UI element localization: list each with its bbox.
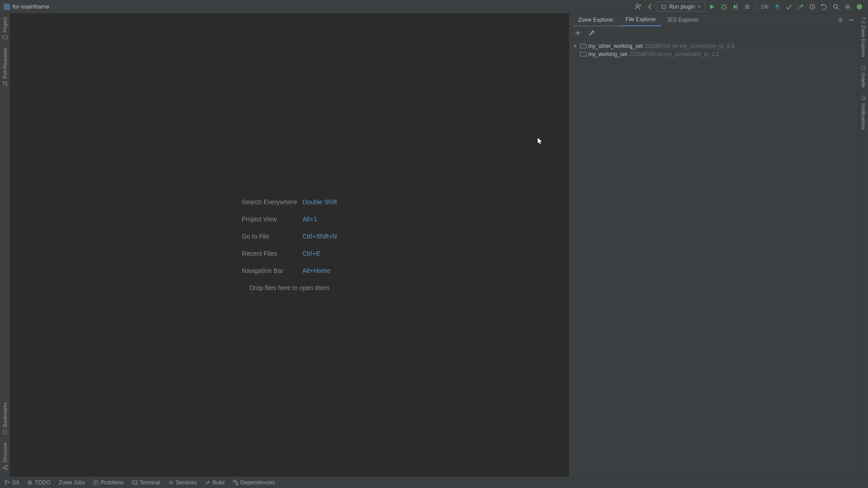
run-config-label: Run plugin	[669, 4, 695, 10]
update-project-icon[interactable]	[772, 2, 782, 12]
right-tool-gutter: Zowe Explorer Gradle Notifications	[858, 14, 868, 476]
gradle-icon	[860, 65, 867, 71]
settings-gear-icon[interactable]	[843, 2, 853, 12]
tab-file-explorer[interactable]: File Explorer	[620, 14, 661, 26]
svg-point-15	[862, 66, 865, 70]
svg-point-7	[857, 4, 862, 9]
commit-icon[interactable]	[784, 2, 794, 12]
gradle-toolwindow-button[interactable]: Gradle	[859, 61, 868, 91]
warning-icon	[93, 480, 99, 485]
svg-point-22	[170, 482, 171, 483]
hint-recent-label: Recent Files	[242, 250, 297, 257]
hint-navbar-label: Navigation Bar	[242, 267, 297, 274]
status-zowe-jobs[interactable]: Zowe Jobs	[59, 479, 85, 486]
hint-goto-file-key: Ctrl+Shift+N	[302, 233, 337, 240]
add-button[interactable]	[573, 28, 583, 38]
structure-label: Structure	[2, 442, 8, 463]
zowe-explorer-toolwindow-button[interactable]: Zowe Explorer	[859, 14, 868, 61]
history-icon[interactable]	[807, 2, 817, 12]
rollback-icon[interactable]	[819, 2, 829, 12]
svg-point-16	[5, 480, 7, 482]
status-zowe-jobs-label: Zowe Jobs	[59, 479, 85, 486]
project-folder-icon	[4, 4, 10, 10]
main-area: Project Pull Requests Bookmarks Struc	[0, 14, 868, 476]
bookmarks-toolwindow-button[interactable]: Bookmarks	[1, 399, 9, 439]
structure-icon	[2, 465, 8, 471]
tab-jes-explorer[interactable]: JES Explorer	[661, 14, 704, 26]
editor-empty-state[interactable]: Search Everywhere Double Shift Project V…	[10, 14, 569, 476]
status-dependencies[interactable]: Dependencies	[233, 479, 275, 486]
hint-project-view-key: Alt+1	[302, 216, 337, 223]
project-toolwindow-label: Project	[2, 17, 8, 33]
status-build[interactable]: Build	[205, 479, 225, 486]
panel-hide-icon[interactable]	[846, 15, 856, 25]
chevron-right-icon[interactable]	[572, 44, 578, 48]
bookmark-icon	[2, 429, 8, 435]
run-configuration-selector[interactable]: Run plugin	[657, 2, 705, 12]
svg-point-8	[5, 84, 7, 86]
zowe-explorer-panel: Zowe Explorer: File Explorer JES Explore…	[569, 14, 858, 476]
chevron-down-icon	[698, 5, 701, 9]
add-user-icon[interactable]	[633, 2, 643, 12]
dependencies-icon	[233, 480, 238, 485]
status-git-label: Git	[12, 479, 19, 486]
status-terminal[interactable]: Terminal	[132, 479, 160, 486]
search-everywhere-icon[interactable]	[831, 2, 841, 12]
settings-wrench-icon[interactable]	[586, 28, 596, 38]
status-services[interactable]: Services	[168, 479, 197, 486]
svg-point-0	[636, 4, 639, 7]
status-git[interactable]: Git	[5, 479, 19, 486]
svg-point-10	[3, 82, 4, 83]
pull-request-icon	[2, 80, 8, 87]
working-set-icon	[580, 52, 586, 56]
back-arrow-icon[interactable]	[645, 2, 655, 12]
tree-row[interactable]: my_other_working_set ZOSMFAD on my_conne…	[569, 42, 858, 50]
bookmarks-label: Bookmarks	[2, 402, 8, 427]
status-todo[interactable]: TODO	[27, 479, 50, 486]
status-terminal-label: Terminal	[140, 479, 160, 486]
panel-settings-gear-icon[interactable]	[835, 15, 845, 25]
push-icon[interactable]	[796, 2, 806, 12]
debug-button[interactable]	[719, 2, 729, 12]
svg-point-9	[5, 82, 7, 83]
pull-requests-toolwindow-button[interactable]: Pull Requests	[1, 44, 9, 90]
editor-hints: Search Everywhere Double Shift Project V…	[242, 198, 337, 291]
notifications-label: Notifications	[861, 103, 866, 130]
svg-rect-13	[3, 467, 4, 469]
tree-row[interactable]: my_working_set ZOSMFAD on my_connection_…	[569, 50, 858, 58]
separator	[756, 3, 756, 10]
project-toolwindow-button[interactable]: Project	[1, 14, 9, 44]
tree-row-name: my_working_set	[588, 51, 627, 57]
hint-goto-file-label: Go to File	[242, 233, 297, 240]
hammer-icon	[205, 480, 210, 485]
avatar-icon[interactable]	[854, 2, 864, 12]
hint-drop-files: Drop files here to open them	[242, 284, 337, 291]
tab-zowe-explorer[interactable]: Zowe Explorer:	[573, 14, 620, 26]
run-button[interactable]	[707, 2, 717, 12]
panel-tabbar: Zowe Explorer: File Explorer JES Explore…	[569, 14, 858, 26]
svg-rect-23	[233, 480, 235, 482]
git-label: Git:	[760, 4, 770, 10]
svg-rect-1	[661, 5, 666, 8]
pull-requests-label: Pull Requests	[2, 48, 8, 79]
hint-recent-key: Ctrl+E	[302, 250, 337, 257]
working-sets-tree: my_other_working_set ZOSMFAD on my_conne…	[569, 40, 858, 60]
stop-button[interactable]	[742, 2, 752, 12]
status-todo-label: TODO	[35, 479, 50, 486]
statusbar: Git TODO Zowe Jobs Problems Terminal Ser…	[0, 476, 868, 488]
notifications-toolwindow-button[interactable]: Notifications	[859, 91, 868, 134]
run-with-coverage-button[interactable]	[731, 2, 741, 12]
zowe-explorer-label: Zowe Explorer	[861, 25, 866, 57]
status-problems[interactable]: Problems	[93, 479, 124, 486]
titlebar-left: for-mainframe	[4, 3, 49, 10]
structure-toolwindow-button[interactable]: Structure	[1, 439, 9, 474]
terminal-icon	[132, 480, 137, 485]
folder-icon	[2, 34, 8, 41]
tree-row-name: my_other_working_set	[588, 43, 643, 49]
working-set-icon	[580, 44, 586, 48]
titlebar-right: Run plugin Git:	[633, 2, 864, 12]
svg-point-14	[840, 19, 841, 21]
project-name: for-mainframe	[13, 3, 49, 10]
status-problems-label: Problems	[101, 479, 124, 486]
status-build-label: Build	[212, 479, 225, 486]
